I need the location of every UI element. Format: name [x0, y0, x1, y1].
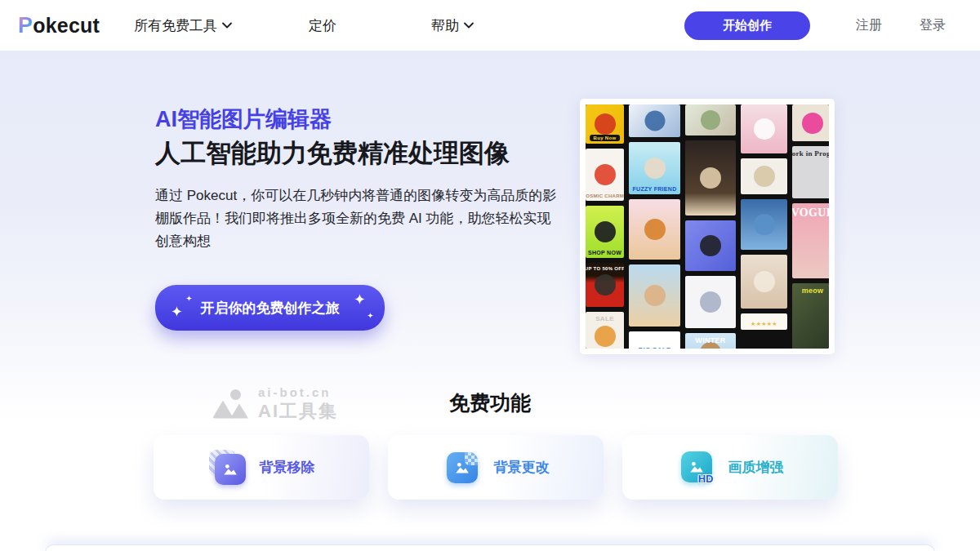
hd-badge: HD — [698, 473, 714, 485]
collage-photo-tile: FUZZY FRIEND — [629, 142, 680, 194]
hero-eyebrow: AI智能图片编辑器 — [155, 104, 332, 134]
background-change-icon — [443, 450, 482, 486]
collage-photo-tile — [629, 104, 680, 137]
feature-card-hd-enhance[interactable]: HD 画质增强 — [622, 435, 838, 500]
nav-item-label: 定价 — [309, 16, 336, 35]
hero-title: 人工智能助力免费精准处理图像 — [155, 136, 510, 171]
sparkle-icon — [172, 306, 182, 317]
collage-photo-tile — [685, 220, 736, 271]
background-remove-icon — [208, 450, 247, 486]
feature-cards-row: 背景移除 背景更改 HD 画质增强 — [154, 435, 838, 500]
feature-card-label: 背景移除 — [260, 458, 315, 477]
hero-collage-grid: Buy NowCOSMIC CHARMSSHOP NOWUP TO 50% OF… — [586, 104, 829, 349]
collage-column: FUZZY FRIENDBIG SALE — [629, 104, 680, 349]
feature-card-background-change[interactable]: 背景更改 — [388, 435, 604, 500]
collage-column: ★★★★★ — [741, 104, 787, 349]
collage-photo-tile — [741, 104, 787, 153]
start-free-journey-button[interactable]: 开启你的免费创作之旅 — [155, 285, 385, 331]
collage-photo-tile: VOGUE — [792, 203, 829, 278]
collage-photo-tile — [685, 276, 736, 328]
nav-item-all-free-tools[interactable]: 所有免费工具 — [134, 16, 232, 35]
nav-item-help[interactable]: 帮助 — [431, 16, 474, 35]
collage-photo-tile: ★★★★★ — [741, 313, 787, 330]
collage-photo-tile: BIG SALE — [629, 331, 680, 349]
collage-photo-tile: Buy Now — [586, 104, 624, 144]
collage-photo-tile — [629, 264, 680, 327]
nav-item-label: 帮助 — [431, 16, 459, 35]
collage-column: Work in ProgresVOGUEmeow — [792, 104, 829, 349]
sparkle-icon — [354, 294, 365, 304]
signup-link[interactable]: 注册 — [856, 17, 882, 34]
next-section-edge — [45, 544, 935, 551]
hero-collage-image: Buy NowCOSMIC CHARMSSHOP NOWUP TO 50% OF… — [580, 99, 835, 354]
start-creating-button[interactable]: 开始创作 — [684, 11, 810, 40]
sparkle-icon — [368, 313, 373, 318]
login-link[interactable]: 登录 — [920, 17, 946, 34]
collage-photo-tile — [685, 140, 736, 216]
collage-column: WINTER — [685, 104, 736, 349]
sparkle-icon — [186, 295, 192, 301]
hero-description: 通过 Pokecut，你可以在几秒钟内将普通的图像转变为高品质的影棚版作品！我们… — [155, 184, 559, 253]
feature-card-label: 画质增强 — [728, 458, 784, 477]
feature-card-label: 背景更改 — [494, 458, 550, 477]
hd-enhance-icon: HD — [677, 450, 716, 486]
collage-photo-tile: SHOP NOW — [586, 206, 624, 258]
free-features-heading: 免费功能 — [0, 389, 980, 416]
collage-photo-tile: Work in Progres — [792, 146, 829, 198]
top-nav-bar: Pokecut 所有免费工具 定价 帮助 开始创作 注册 登录 — [0, 0, 980, 51]
collage-column: Buy NowCOSMIC CHARMSSHOP NOWUP TO 50% OF… — [586, 104, 624, 349]
pokecut-logo[interactable]: Pokecut — [18, 13, 100, 38]
logo-p-glyph: P — [18, 13, 33, 38]
collage-photo-tile — [629, 199, 680, 260]
collage-photo-tile — [741, 158, 787, 194]
collage-photo-tile — [741, 255, 787, 309]
pokecut-landing-page: Pokecut 所有免费工具 定价 帮助 开始创作 注册 登录 AI智能图片编辑… — [0, 0, 980, 551]
collage-photo-tile — [741, 199, 787, 250]
collage-photo-tile: UP TO 50% OFF — [586, 263, 624, 307]
collage-photo-tile — [685, 104, 736, 136]
collage-photo-tile: WINTER — [685, 333, 736, 349]
logo-text: okecut — [33, 14, 100, 38]
chevron-down-icon — [222, 22, 232, 29]
feature-card-background-removal[interactable]: 背景移除 — [154, 435, 369, 500]
nav-item-label: 所有免费工具 — [134, 16, 217, 35]
cta-label: 开启你的免费创作之旅 — [201, 300, 340, 316]
main-nav: 所有免费工具 定价 帮助 — [134, 16, 474, 35]
collage-photo-tile — [792, 104, 829, 141]
nav-item-pricing[interactable]: 定价 — [309, 16, 336, 35]
chevron-down-icon — [464, 22, 474, 29]
collage-photo-tile: COSMIC CHARMS — [586, 149, 624, 201]
collage-photo-tile: SALE — [586, 312, 624, 349]
collage-photo-tile: meow — [792, 283, 829, 349]
image-glyph — [221, 460, 239, 478]
